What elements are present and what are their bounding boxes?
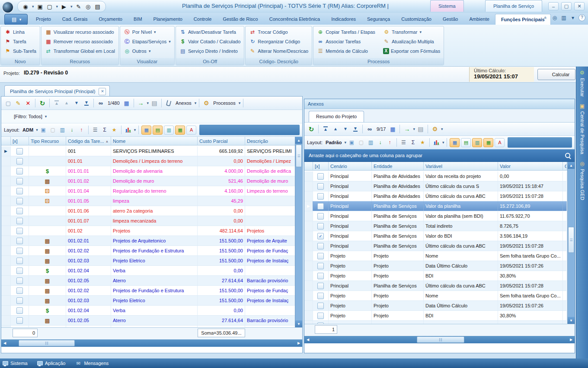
import-layout-icon[interactable]: ↓ bbox=[68, 126, 76, 134]
print-icon[interactable]: ▤ bbox=[150, 99, 159, 107]
column-header-descri-o[interactable]: Descrição bbox=[245, 137, 295, 145]
copy-pages-icon[interactable]: ▤ bbox=[94, 3, 101, 10]
row-checkbox[interactable] bbox=[16, 317, 23, 324]
chevron-down-icon[interactable]: ▾ bbox=[413, 127, 415, 131]
application-menu-button[interactable]: ▤▾ bbox=[4, 14, 28, 25]
table-row[interactable]: ▩001.02.02Projetos de Fundação e Estrutu… bbox=[1, 286, 295, 296]
scroll-thumb[interactable]: ☰ bbox=[568, 227, 574, 253]
row-checkbox[interactable] bbox=[16, 287, 23, 294]
print-icon[interactable]: ▤ bbox=[416, 125, 425, 133]
menu-tab-indicadores[interactable]: Indicadores bbox=[326, 14, 361, 25]
row-checkbox[interactable] bbox=[16, 158, 23, 165]
menu-tab-planejamento[interactable]: Planejamento bbox=[148, 14, 188, 25]
layout-toggle-1[interactable]: ▦ bbox=[141, 126, 151, 135]
nav-first-icon[interactable]: ▲ bbox=[52, 99, 61, 107]
customize-icon[interactable]: ✎ bbox=[75, 3, 82, 10]
menu-tab-bim[interactable]: BIM bbox=[128, 14, 148, 25]
export-grid-icon[interactable]: → bbox=[137, 99, 145, 107]
layout-toggle-3[interactable]: ▥ bbox=[472, 138, 482, 147]
column-header-entidade[interactable]: Entidade bbox=[372, 162, 424, 170]
menu-tab-controle[interactable]: Controle bbox=[188, 14, 217, 25]
export-layout-icon[interactable]: ↑ bbox=[77, 126, 86, 134]
delete-layout-icon[interactable]: ▢ bbox=[49, 126, 57, 134]
menu-tab-ambiente[interactable]: Ambiente bbox=[463, 14, 495, 25]
row-checkbox[interactable] bbox=[317, 213, 324, 220]
ribbon-item-tarefa[interactable]: ⚑Tarefa bbox=[3, 37, 38, 46]
ribbon-item-reorganizar-c-digo[interactable]: ↻Reorganizar Código bbox=[247, 37, 310, 46]
title-tab-sistema[interactable]: Sistema bbox=[430, 0, 464, 12]
menu-tab-projeto[interactable]: Projeto bbox=[30, 14, 57, 25]
row-checkbox[interactable] bbox=[16, 228, 23, 234]
row-checkbox[interactable] bbox=[317, 193, 324, 200]
close-icon[interactable]: ✕ bbox=[99, 88, 106, 95]
chevron-down-icon[interactable]: ▾ bbox=[441, 127, 443, 131]
scroll-left-icon[interactable]: ◀ bbox=[1, 339, 8, 347]
nav-prev-icon[interactable]: ▲ bbox=[62, 99, 71, 107]
table-row[interactable]: ▩001.02.05Aterro27.614,64Barracão provis… bbox=[1, 276, 295, 286]
ribbon-item-transformar[interactable]: ⚙Transformar▾ bbox=[381, 27, 442, 37]
side-tab-pesquisa-ged[interactable]: ◎Pesquisa GED bbox=[579, 160, 586, 200]
layout-toggle-2[interactable]: ▤ bbox=[461, 138, 471, 147]
ribbon-item-etapas-servi-os[interactable]: ⒸEtapas/Serviços▾ bbox=[122, 37, 173, 46]
ribbon-item-trocar-c-digo[interactable]: ⇄Trocar Código bbox=[247, 27, 310, 37]
rows-icon[interactable]: ☰ bbox=[91, 126, 99, 134]
row-checkbox[interactable] bbox=[317, 273, 324, 279]
menu-tab-customiza-o[interactable]: Customização bbox=[396, 14, 437, 25]
status-item-sistema[interactable]: Sistema bbox=[3, 361, 28, 366]
table-row[interactable]: ProjetoProjetoData Último Cálculo19/05/2… bbox=[304, 261, 567, 271]
row-checkbox[interactable] bbox=[16, 278, 23, 284]
totvs-sphere-icon[interactable] bbox=[2, 1, 14, 13]
layout-toggle-4[interactable]: ▦ bbox=[175, 126, 185, 135]
nav-first-icon[interactable]: ▲ bbox=[321, 125, 330, 133]
row-checkbox[interactable]: ✓ bbox=[317, 233, 324, 239]
table-row[interactable]: ▩001.02.03Projeto Eletrico151.500,00Proj… bbox=[1, 296, 295, 306]
layout-value[interactable]: ADM bbox=[22, 127, 33, 132]
table-row[interactable]: 001.02Projetos482.114,64Projetos bbox=[1, 226, 295, 236]
table-row[interactable]: PrincipalPlanilha de AtividadesÚltimo cá… bbox=[304, 191, 567, 201]
column-header-gru[interactable]: Gru bbox=[563, 162, 567, 170]
ribbon-item-atualiza-o-multipla[interactable]: ✎Atualização Multipla bbox=[381, 37, 442, 46]
layout-value[interactable]: Padrão bbox=[326, 140, 342, 145]
chevron-down-icon[interactable]: ▾ bbox=[195, 101, 197, 105]
ribbon-item-alterar-nome-descricao[interactable]: ✎Alterar Nome/Descricao bbox=[247, 46, 310, 56]
ribbon-item-por-n-vel[interactable]: ⓃPor Nível▾ bbox=[122, 27, 173, 37]
row-checkbox[interactable] bbox=[317, 293, 324, 299]
column-header-c-digo-da-tare-[interactable]: Código da Tare...▲ bbox=[66, 137, 111, 145]
new-record-icon[interactable]: ▢ bbox=[4, 99, 13, 107]
row-checkbox[interactable] bbox=[317, 183, 324, 190]
window-run-icon[interactable]: ▶ bbox=[61, 3, 67, 10]
web-search-icon[interactable]: ◎ bbox=[85, 3, 92, 10]
collapse-ribbon-icon[interactable]: « bbox=[542, 14, 549, 21]
column-header-valor[interactable]: Valor bbox=[498, 162, 563, 170]
scroll-up-icon[interactable]: ▲ bbox=[295, 137, 302, 144]
edit-record-icon[interactable]: ✎ bbox=[14, 99, 22, 107]
close-button[interactable]: ✕ bbox=[574, 2, 585, 10]
save-layout-icon[interactable]: ▣ bbox=[39, 126, 48, 134]
horizontal-scrollbar[interactable]: ◀ ∥∥ ▶ bbox=[1, 339, 302, 347]
table-row[interactable]: 001.01.06aterro 2a categoria0,00 bbox=[1, 206, 295, 216]
row-checkbox[interactable] bbox=[317, 303, 324, 309]
search-binoculars-icon[interactable]: ∞ bbox=[96, 99, 105, 107]
layout-toggle-5[interactable]: A bbox=[495, 138, 505, 147]
menu-tab-cad-gerais[interactable]: Cad. Gerais bbox=[57, 14, 93, 25]
column-header-vari-vel[interactable]: Variável bbox=[424, 162, 498, 170]
sum-icon[interactable]: Σ bbox=[409, 139, 417, 146]
table-row[interactable]: PrincipalPlanilha de AtividadesValor da … bbox=[304, 171, 567, 181]
calcular-button[interactable]: Calcular bbox=[537, 69, 575, 80]
table-row[interactable]: PrincipalPlanilha de ServiçosValor da pl… bbox=[304, 211, 567, 221]
column-header-tipo-recurso[interactable]: Tipo Recurso bbox=[29, 137, 66, 145]
row-checkbox[interactable] bbox=[16, 198, 23, 204]
nav-next-icon[interactable]: ▼ bbox=[341, 125, 350, 133]
table-row[interactable]: ▩001.02.02Projetos de Fundação e Estrutu… bbox=[1, 246, 295, 256]
column-header-custo-parcial[interactable]: Custo Parcial bbox=[198, 137, 245, 145]
processos-gear-icon[interactable]: ⚙ bbox=[202, 99, 211, 107]
help-icon[interactable]: ? bbox=[578, 14, 585, 21]
column-header-nome[interactable]: Nome bbox=[111, 137, 198, 145]
ribbon-item-remover-recurso-associado[interactable]: ▦Remover recurso associado bbox=[43, 37, 117, 46]
table-row[interactable]: ▩001.02.05Aterro27.614,64Barracão provis… bbox=[1, 316, 295, 326]
ribbon-item-copiar-tarefas-etapas[interactable]: ⊕Copiar Tarefas / Etapas bbox=[315, 27, 377, 37]
row-checkbox[interactable] bbox=[16, 168, 23, 174]
table-row[interactable]: $001.02.04Verba0,00 bbox=[1, 306, 295, 316]
table-row[interactable]: $001.02.04Verba0,00 bbox=[1, 266, 295, 276]
grid-select-icon[interactable]: ▦ bbox=[122, 99, 131, 107]
